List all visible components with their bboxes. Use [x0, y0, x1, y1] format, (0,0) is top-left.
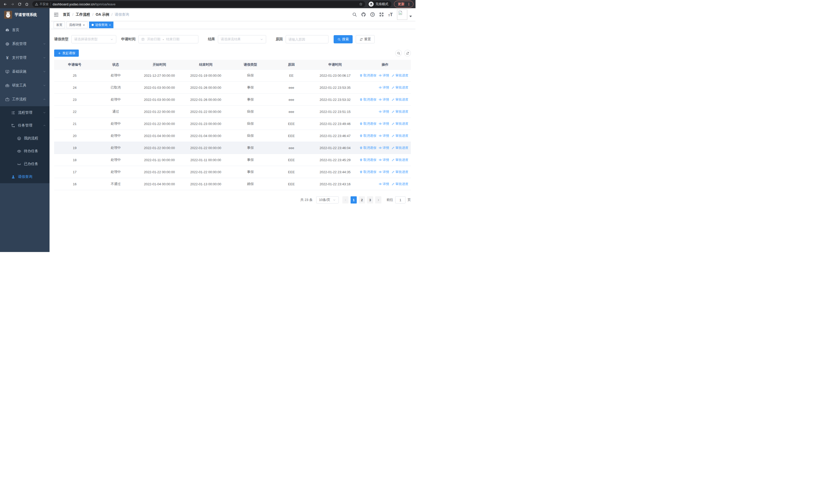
approval-progress-link[interactable]: 审批进度	[392, 85, 408, 90]
column-header: 状态	[95, 62, 136, 67]
fullscreen-icon[interactable]	[379, 12, 384, 17]
page-size-select[interactable]: 10条/页	[316, 196, 339, 204]
approval-progress-link[interactable]: 审批进度	[392, 73, 408, 78]
warning-icon	[35, 3, 38, 6]
approval-progress-link[interactable]: 审批进度	[392, 158, 408, 162]
detail-link[interactable]: 详情	[379, 73, 389, 78]
cell-applied: 2022-01-22 23:45:29	[311, 158, 359, 162]
apply-time-range-picker[interactable]: 开始日期 - 结束日期	[138, 35, 198, 43]
cancel-leave-link[interactable]: 取消请假	[360, 158, 376, 162]
cell-start: 2022-01-22 00:00:00	[136, 110, 183, 114]
more-vert-icon[interactable]: ⋮	[407, 2, 411, 6]
update-button[interactable]: 更新 ⋮	[394, 1, 413, 7]
sidebar-item-infra[interactable]: 基础设施	[0, 65, 50, 79]
result-select[interactable]: 请选择流结果	[218, 35, 266, 43]
tab-leave-query[interactable]: 请假查询 ×	[89, 22, 114, 28]
approval-progress-link[interactable]: 审批进度	[392, 97, 408, 102]
approval-progress-link[interactable]: 审批进度	[392, 170, 408, 174]
approval-progress-link[interactable]: 审批进度	[392, 146, 408, 150]
reason-label: 原因	[276, 37, 283, 41]
reload-icon[interactable]	[17, 1, 23, 7]
user-menu[interactable]	[397, 9, 412, 20]
cell-type: 婚假	[229, 182, 272, 186]
sidebar-item-system[interactable]: 系统管理	[0, 37, 50, 51]
cell-type: 事假	[229, 157, 272, 162]
apply-time-label: 申请时间	[121, 37, 136, 41]
cell-id: 17	[54, 170, 95, 174]
detail-link[interactable]: 详情	[379, 158, 389, 162]
breadcrumb-item[interactable]: OA 示例	[96, 12, 109, 17]
approval-progress-link[interactable]: 审批进度	[392, 134, 408, 138]
cancel-leave-link[interactable]: 取消请假	[360, 73, 376, 78]
tab-home[interactable]: 首页	[54, 22, 65, 28]
close-icon[interactable]: ×	[109, 23, 111, 27]
approval-progress-link[interactable]: 审批进度	[392, 110, 408, 114]
approval-progress-link[interactable]: 审批进度	[392, 122, 408, 126]
sidebar-item-leave-query[interactable]: 请假查询	[0, 170, 50, 183]
column-header: 申请时间	[311, 62, 359, 67]
chevron-down-icon	[43, 70, 46, 73]
cell-reason: EEE	[272, 134, 311, 138]
detail-link[interactable]: 详情	[379, 122, 389, 126]
sidebar-item-todo-tasks[interactable]: 待办任务	[0, 145, 50, 157]
sidebar-item-home[interactable]: 首页	[0, 23, 50, 37]
next-page-button[interactable]	[375, 196, 381, 204]
tags-view: 首页 流程详情 × 请假查询 ×	[50, 21, 416, 29]
goto-page-input[interactable]	[395, 196, 405, 204]
sidebar-item-process-mgmt[interactable]: 流程管理	[0, 106, 50, 119]
home-icon[interactable]	[24, 1, 30, 7]
leave-type-select[interactable]: 请选择请假类型	[71, 35, 116, 43]
breadcrumb-item[interactable]: 工作流程	[76, 12, 90, 17]
detail-link[interactable]: 详情	[379, 110, 389, 114]
detail-link[interactable]: 详情	[379, 134, 389, 138]
cancel-leave-link[interactable]: 取消请假	[360, 122, 376, 126]
detail-link[interactable]: 详情	[379, 97, 389, 102]
cancel-leave-link[interactable]: 取消请假	[360, 146, 376, 150]
tab-process-detail[interactable]: 流程详情 ×	[66, 22, 87, 28]
result-placeholder: 请选择流结果	[221, 37, 260, 41]
prev-page-button	[342, 196, 348, 204]
toggle-search-button[interactable]	[395, 50, 402, 56]
detail-link[interactable]: 详情	[379, 170, 389, 174]
search-button[interactable]: 搜索	[334, 35, 353, 43]
sidebar-item-task-mgmt[interactable]: 任务管理	[0, 119, 50, 132]
sidebar-item-workflow[interactable]: 工作流程	[0, 92, 50, 106]
page-button-1[interactable]: 1	[350, 196, 357, 204]
sidebar-item-done-tasks[interactable]: 已办任务	[0, 157, 50, 170]
approval-progress-link[interactable]: 审批进度	[392, 182, 408, 186]
list-icon	[11, 111, 16, 115]
chevron-down-icon	[43, 111, 46, 114]
page-button-2[interactable]: 2	[359, 196, 365, 204]
page-button-3[interactable]: 3	[367, 196, 373, 204]
font-size-icon[interactable]: TT	[388, 12, 393, 17]
sidebar-item-payment[interactable]: ¥ 支付管理	[0, 51, 50, 65]
search-icon[interactable]	[352, 12, 357, 17]
close-icon[interactable]: ×	[83, 23, 85, 27]
reason-input[interactable]	[288, 37, 326, 41]
help-icon[interactable]: ?	[370, 12, 375, 17]
forward-icon[interactable]	[9, 1, 16, 7]
detail-link[interactable]: 详情	[379, 146, 389, 150]
table-row-hovered: 19 处理中 2022-01-22 00:00:00 2022-01-22 00…	[54, 142, 411, 154]
app-logo-row[interactable]: 芋道管理系统	[0, 8, 50, 21]
create-leave-button[interactable]: 发起请假	[54, 50, 79, 57]
sidebar-item-devtools[interactable]: 研发工具	[0, 79, 50, 92]
reset-button[interactable]: 重置	[356, 35, 375, 43]
cancel-leave-link[interactable]: 取消请假	[360, 134, 376, 138]
sidebar-item-my-process[interactable]: 我的流程	[0, 132, 50, 145]
collapse-sidebar-icon[interactable]	[54, 12, 59, 17]
back-icon[interactable]	[2, 1, 8, 7]
refresh-table-button[interactable]	[404, 50, 411, 56]
delete-icon	[360, 74, 363, 77]
url-bar[interactable]: 不安全 dashboard.yudao.iocoder.cn/bpm/oa/le…	[32, 1, 365, 7]
star-icon[interactable]	[359, 2, 363, 6]
security-warning[interactable]: 不安全	[35, 2, 49, 6]
chevron-down-icon	[43, 42, 46, 46]
detail-link[interactable]: 详情	[379, 182, 389, 186]
github-icon[interactable]	[361, 12, 366, 17]
breadcrumb-item[interactable]: 首页	[63, 12, 70, 17]
detail-link[interactable]: 详情	[379, 85, 389, 90]
avatar[interactable]	[397, 9, 407, 20]
cancel-leave-link[interactable]: 取消请假	[360, 97, 376, 102]
cancel-leave-link[interactable]: 取消请假	[360, 170, 376, 174]
